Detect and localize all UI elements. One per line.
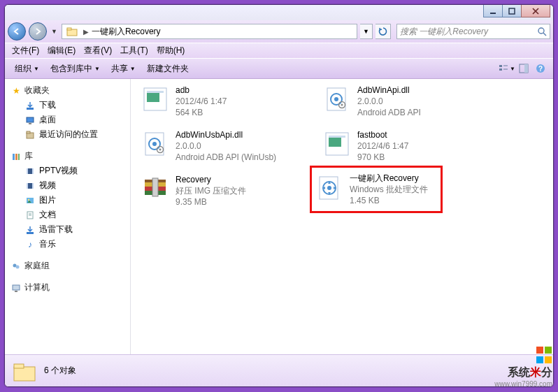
svg-rect-16: [27, 108, 34, 110]
tree-xunlei[interactable]: 迅雷下载: [5, 222, 130, 237]
help-icon: ?: [536, 64, 545, 73]
svg-rect-20: [27, 131, 30, 133]
file-item-fastboot[interactable]: fastboot 2012/4/6 1:47 970 KB: [320, 128, 501, 164]
search-icon: [538, 27, 547, 36]
tree-pptv[interactable]: PPTV视频: [5, 164, 130, 178]
svg-rect-22: [15, 154, 17, 160]
file-size: 1.45 KB: [350, 195, 428, 206]
svg-rect-42: [147, 91, 164, 93]
tree-favorites[interactable]: ★ 收藏夹: [5, 83, 130, 98]
nav-history-dropdown[interactable]: ▼: [50, 28, 59, 35]
toolbar-organize[interactable]: 组织▼: [9, 63, 45, 75]
refresh-button[interactable]: [375, 24, 391, 39]
breadcrumb-current[interactable]: 一键刷入Recovery: [92, 26, 161, 38]
status-count: 6 个对象: [44, 365, 76, 377]
tree-item-label: 视频: [39, 180, 56, 191]
menu-help[interactable]: 帮助(H): [152, 45, 189, 57]
file-item-recovery[interactable]: Recovery 好压 IMG 压缩文件 9.35 MB: [138, 173, 320, 209]
back-button[interactable]: [8, 22, 26, 41]
navigation-tree[interactable]: ★ 收藏夹 下载 桌面 最近访问的位置 库 PPTV视频 视频 图片 文档 迅雷…: [5, 79, 131, 354]
maximize-button[interactable]: [502, 5, 522, 17]
svg-point-52: [159, 149, 162, 151]
tree-computer-label: 计算机: [24, 282, 50, 293]
file-version: 2.0.0.0: [357, 96, 421, 107]
toolbar-include-label: 包含到库中: [50, 63, 92, 75]
file-name: AdbWinUsbApi.dll: [176, 129, 276, 140]
file-item-batch-highlighted[interactable]: 一键刷入Recovery Windows 批处理文件 1.45 KB: [310, 166, 443, 213]
dll-icon: [321, 83, 353, 115]
menu-edit[interactable]: 编辑(E): [43, 45, 80, 57]
svg-line-7: [543, 33, 546, 36]
tree-homegroup[interactable]: 家庭组: [5, 259, 130, 273]
folder-icon: [12, 358, 37, 384]
toolbar-newfolder[interactable]: 新建文件夹: [141, 63, 194, 75]
svg-rect-18: [29, 123, 31, 124]
refresh-icon: [378, 27, 388, 36]
toolbar-include[interactable]: 包含到库中▼: [45, 63, 106, 75]
nav-row: ▼ ▶ 一键刷入Recovery ▼ 搜索 一键刷入Recovery: [5, 20, 553, 43]
tree-documents[interactable]: 文档: [5, 208, 130, 222]
file-item-adbwinapi[interactable]: AdbWinApi.dll 2.0.0.0 Android ADB API: [320, 83, 501, 119]
close-icon: [532, 8, 539, 15]
file-name: adb: [176, 85, 227, 96]
tree-favorites-label: 收藏夹: [24, 85, 50, 96]
view-options-button[interactable]: ▼: [499, 61, 515, 76]
status-bar: 6 个对象: [5, 354, 553, 386]
svg-rect-23: [18, 154, 20, 160]
explorer-body: ★ 收藏夹 下载 桌面 最近访问的位置 库 PPTV视频 视频 图片 文档 迅雷…: [5, 79, 553, 354]
file-item-adbwinusbapi[interactable]: AdbWinUsbApi.dll 2.0.0.0 Android ADB API…: [138, 128, 320, 164]
minimize-icon: [489, 8, 496, 15]
toolbar-share[interactable]: 共享▼: [106, 63, 141, 75]
menu-bar: 文件(F) 编辑(E) 查看(V) 工具(T) 帮助(H): [5, 43, 553, 58]
close-button[interactable]: [521, 5, 550, 17]
svg-rect-39: [15, 291, 17, 292]
address-bar[interactable]: ▶ 一键刷入Recovery: [62, 24, 357, 39]
watermark: 系统米分 www.win7999.com: [494, 346, 552, 388]
svg-rect-41: [147, 92, 159, 102]
svg-rect-55: [329, 136, 345, 138]
tree-music[interactable]: ♪音乐: [5, 237, 130, 252]
help-button[interactable]: ?: [532, 61, 549, 76]
search-box[interactable]: 搜索 一键刷入Recovery: [396, 24, 550, 39]
svg-rect-29: [32, 183, 34, 189]
tree-downloads[interactable]: 下载: [5, 98, 130, 112]
address-dropdown[interactable]: ▼: [360, 24, 373, 39]
video-icon: [24, 180, 36, 191]
tree-libraries[interactable]: 库: [5, 149, 130, 164]
file-date: 2012/4/6 1:47: [357, 140, 408, 152]
tree-desktop[interactable]: 桌面: [5, 112, 130, 127]
tree-homegroup-label: 家庭组: [24, 260, 50, 272]
svg-rect-0: [490, 13, 496, 14]
file-type: 好压 IMG 压缩文件: [176, 185, 246, 196]
files-pane[interactable]: adb 2012/4/6 1:47 564 KB AdbWinApi.dll 2…: [131, 79, 553, 354]
svg-rect-35: [27, 232, 34, 234]
library-icon: [10, 151, 22, 162]
menu-tools[interactable]: 工具(T): [116, 45, 152, 57]
svg-point-63: [327, 186, 331, 190]
toolbar-organize-label: 组织: [15, 63, 31, 75]
svg-rect-64: [14, 367, 35, 381]
svg-rect-25: [27, 168, 28, 174]
file-item-adb[interactable]: adb 2012/4/6 1:47 564 KB: [138, 83, 320, 119]
svg-point-47: [341, 104, 343, 106]
tree-item-label: 最近访问的位置: [39, 129, 98, 140]
file-name: Recovery: [176, 174, 246, 185]
menu-file[interactable]: 文件(F): [8, 45, 43, 57]
arrow-right-icon: [34, 27, 42, 36]
svg-rect-26: [32, 168, 34, 174]
tree-computer[interactable]: 计算机: [5, 280, 130, 295]
tree-videos[interactable]: 视频: [5, 178, 130, 193]
file-size: 970 KB: [357, 152, 408, 163]
svg-point-31: [28, 198, 29, 200]
svg-rect-60: [152, 178, 158, 196]
titlebar: [5, 5, 553, 20]
menu-view[interactable]: 查看(V): [80, 45, 116, 57]
preview-pane-button[interactable]: [515, 61, 532, 76]
tree-pictures[interactable]: 图片: [5, 193, 130, 208]
bat-icon: [313, 172, 345, 204]
svg-point-37: [16, 265, 20, 268]
minimize-button[interactable]: [483, 5, 503, 17]
tree-recent[interactable]: 最近访问的位置: [5, 127, 130, 142]
tree-item-label: 迅雷下载: [39, 224, 73, 235]
forward-button[interactable]: [29, 22, 47, 41]
